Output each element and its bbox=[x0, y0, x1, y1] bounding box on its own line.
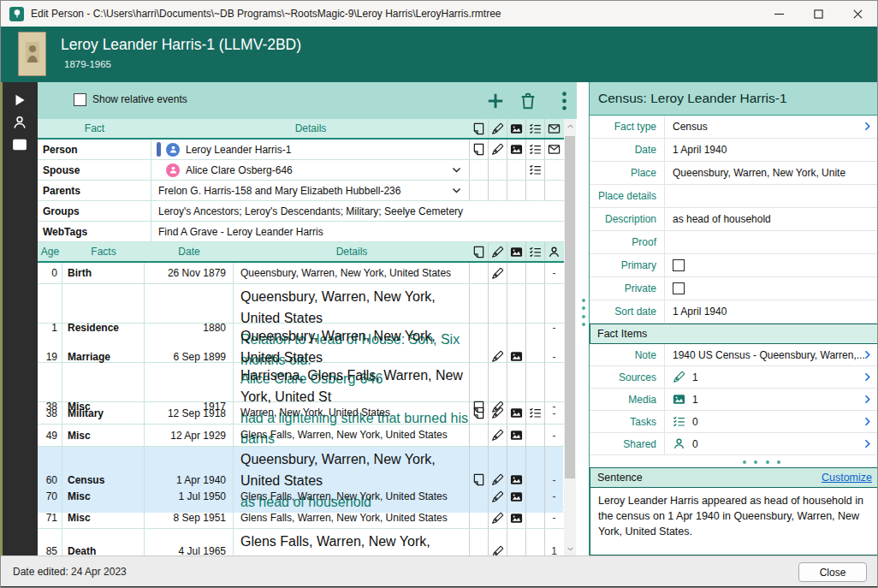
parents-row[interactable]: Parents Frelon G. Harris-158 and Mary El… bbox=[38, 181, 564, 201]
source-icon[interactable] bbox=[489, 263, 507, 283]
fact-row-misc-1929[interactable]: 49 Misc 12 Apr 1929 Glens Falls, Warren,… bbox=[38, 425, 564, 447]
fact-row-death[interactable]: 85 Death 4 Jul 1965 Glens Falls, Warren,… bbox=[38, 529, 564, 555]
person-row[interactable]: Person Leroy Leander Harris-1 bbox=[38, 140, 564, 160]
fact-row-marriage[interactable]: 19 Marriage 6 Sep 1899 Queensbury, Warre… bbox=[38, 324, 564, 363]
scrollbar-thumb[interactable] bbox=[565, 136, 575, 478]
fact-row-census-selected[interactable]: 60 Census 1 Apr 1940 Queensbury, Warren,… bbox=[38, 447, 564, 486]
note-item[interactable]: Note 1940 US Census - Queensbury, Warren… bbox=[590, 344, 878, 366]
fact-items-header: Fact Items bbox=[590, 324, 878, 344]
tasks-icon[interactable] bbox=[526, 140, 545, 159]
close-button[interactable]: Close bbox=[798, 562, 867, 582]
chevron-right-icon[interactable] bbox=[862, 349, 873, 363]
scroll-up-icon[interactable] bbox=[564, 119, 576, 133]
source-icon[interactable] bbox=[489, 140, 507, 159]
fact-row-misc-1917[interactable]: 38 Misc 1917 Harrisena, Glens Falls, War… bbox=[38, 363, 564, 402]
chevron-right-icon[interactable] bbox=[862, 438, 873, 452]
spouse-row[interactable]: Spouse Alice Clare Osberg-646 bbox=[38, 160, 564, 181]
chevron-down-icon[interactable] bbox=[451, 185, 462, 199]
media-item[interactable]: Media 1 bbox=[590, 389, 878, 411]
sentence-splitter[interactable] bbox=[743, 460, 780, 464]
sources-item[interactable]: Sources 1 bbox=[590, 366, 878, 389]
details-column-header[interactable]: Details bbox=[234, 242, 470, 261]
color-code-bar bbox=[157, 142, 161, 157]
chevron-right-icon[interactable] bbox=[862, 416, 873, 430]
sidebar-person-tab[interactable] bbox=[1, 111, 38, 134]
primary-field: Primary bbox=[590, 254, 878, 277]
edit-person-window: { "window": { "title": "Edit Person - C:… bbox=[0, 0, 878, 588]
fact-row-misc-1950[interactable]: 70 Misc 1 Jul 1950 Glens Falls, Warren, … bbox=[38, 486, 564, 508]
panel-splitter[interactable] bbox=[582, 299, 589, 326]
fact-row-military[interactable]: 38 Military 12 Sep 1918 Warren, New York… bbox=[38, 402, 564, 425]
source-icon bbox=[673, 371, 685, 383]
customize-link[interactable]: Customize bbox=[822, 472, 872, 484]
collapse-panel-button[interactable] bbox=[1, 89, 38, 111]
fact-row-misc-1951[interactable]: 71 Misc 8 Sep 1951 Glens Falls, Warren, … bbox=[38, 508, 564, 529]
fact-type-field[interactable]: Fact type Census bbox=[590, 116, 878, 139]
rootsmagic-app-icon bbox=[9, 7, 24, 21]
private-checkbox[interactable] bbox=[673, 282, 685, 294]
media-icon[interactable] bbox=[507, 486, 526, 507]
spouse-detail: Alice Clare Osberg-646 bbox=[151, 160, 470, 180]
parents-detail: Frelon G. Harris-158 and Mary Elizabeth … bbox=[151, 181, 470, 200]
maximize-button[interactable] bbox=[798, 1, 838, 27]
age-column-header[interactable]: Age bbox=[38, 242, 62, 261]
tasks-icon[interactable] bbox=[526, 160, 545, 180]
sidebar-media-tab[interactable] bbox=[1, 134, 38, 156]
sentence-title: Sentence bbox=[597, 472, 643, 484]
mail-icon[interactable] bbox=[545, 140, 563, 159]
add-fact-button[interactable] bbox=[484, 90, 507, 112]
chevron-right-icon[interactable] bbox=[862, 371, 873, 385]
status-bar: Date edited: 24 Apr 2023 Close bbox=[1, 555, 877, 586]
source-icon[interactable] bbox=[489, 529, 507, 555]
media-icon[interactable] bbox=[507, 402, 526, 424]
date-edited-label: Date edited: 24 Apr 2023 bbox=[13, 566, 127, 578]
close-window-button[interactable] bbox=[838, 1, 877, 27]
proof-field[interactable]: Proof bbox=[590, 231, 878, 254]
delete-fact-button[interactable] bbox=[517, 90, 539, 112]
tasks-icon[interactable] bbox=[526, 402, 545, 424]
sources-column-icon bbox=[489, 242, 507, 261]
show-relative-events-checkbox[interactable] bbox=[74, 93, 86, 106]
date-field[interactable]: Date 1 April 1940 bbox=[590, 139, 878, 162]
chevron-right-icon[interactable] bbox=[862, 394, 873, 407]
source-icon[interactable] bbox=[489, 486, 507, 507]
shared-item[interactable]: Shared 0 bbox=[590, 433, 878, 455]
place-field[interactable]: Place Queensbury, Warren, New York, Unit… bbox=[590, 162, 878, 185]
source-icon[interactable] bbox=[489, 425, 507, 446]
person-years: 1879-1965 bbox=[64, 59, 111, 69]
more-options-button[interactable] bbox=[553, 90, 575, 112]
media-icon[interactable] bbox=[507, 140, 526, 159]
source-icon[interactable] bbox=[489, 508, 507, 528]
edit-fact-panel: Census: Leroy Leander Harris-1 Fact type… bbox=[589, 82, 878, 555]
person-photo-thumbnail[interactable] bbox=[18, 32, 46, 76]
title-bar: Edit Person - C:\Users\harri\Documents\~… bbox=[1, 1, 877, 27]
note-icon[interactable] bbox=[470, 402, 489, 424]
details-column-header[interactable]: Details bbox=[151, 119, 470, 138]
webtags-row[interactable]: WebTags Find A Grave - Leroy Leander Har… bbox=[38, 222, 564, 242]
scroll-down-icon[interactable] bbox=[564, 542, 576, 555]
chevron-right-icon[interactable] bbox=[862, 121, 873, 134]
chevron-down-icon[interactable] bbox=[451, 164, 462, 178]
facts-column-header[interactable]: Facts bbox=[62, 242, 145, 261]
tasks-column-icon bbox=[526, 119, 545, 138]
source-icon[interactable] bbox=[489, 402, 507, 424]
shared-column-icon bbox=[545, 242, 563, 261]
date-column-header[interactable]: Date bbox=[145, 242, 234, 261]
groups-row[interactable]: Groups Leroy's Ancestors; Leroy's Descen… bbox=[38, 201, 564, 222]
description-field[interactable]: Description as head of household bbox=[590, 208, 878, 231]
place-details-field[interactable]: Place details bbox=[590, 185, 878, 208]
sort-date-field[interactable]: Sort date 1 April 1940 bbox=[590, 300, 878, 324]
tasks-item[interactable]: Tasks 0 bbox=[590, 411, 878, 433]
fact-row-birth[interactable]: 0 Birth 26 Nov 1879 Queensbury, Warren, … bbox=[38, 263, 564, 284]
media-icon[interactable] bbox=[507, 508, 526, 528]
media-icon[interactable] bbox=[507, 425, 526, 446]
shared-person-icon bbox=[673, 437, 685, 450]
media-column-icon bbox=[507, 242, 526, 261]
fact-row-residence[interactable]: 1 Residence 1880 Queensbury, Warren, New… bbox=[38, 284, 564, 324]
media-icon bbox=[673, 393, 685, 406]
note-icon[interactable] bbox=[470, 140, 489, 159]
facts-scrollbar[interactable] bbox=[564, 119, 576, 555]
minimize-button[interactable] bbox=[759, 1, 798, 27]
fact-column-header[interactable]: Fact bbox=[38, 119, 151, 138]
primary-checkbox[interactable] bbox=[673, 259, 685, 271]
